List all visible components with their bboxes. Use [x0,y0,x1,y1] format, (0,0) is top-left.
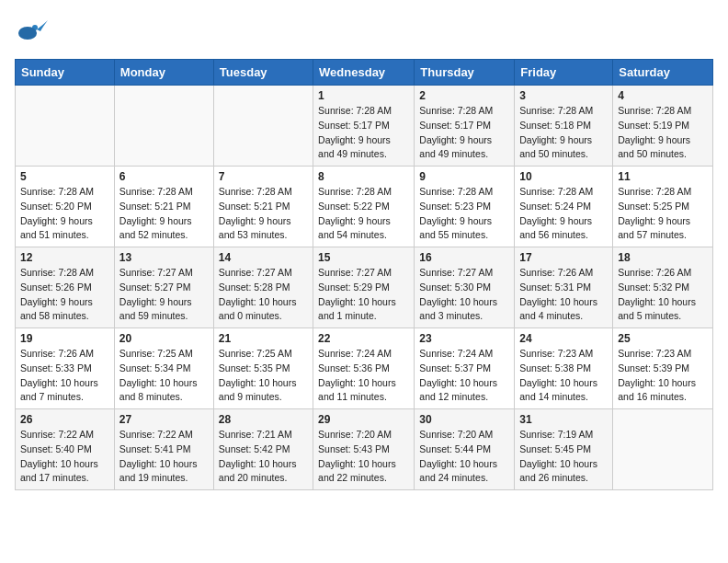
calendar-cell: 26Sunrise: 7:22 AM Sunset: 5:40 PM Dayli… [16,409,115,490]
calendar-cell: 4Sunrise: 7:28 AM Sunset: 5:19 PM Daylig… [613,86,713,167]
calendar-week-row: 26Sunrise: 7:22 AM Sunset: 5:40 PM Dayli… [16,409,713,490]
day-number: 31 [519,413,608,426]
day-info: Sunrise: 7:23 AM Sunset: 5:38 PM Dayligh… [519,347,608,405]
day-info: Sunrise: 7:28 AM Sunset: 5:17 PM Dayligh… [318,104,409,162]
calendar-cell: 7Sunrise: 7:28 AM Sunset: 5:21 PM Daylig… [213,167,313,247]
calendar-cell: 30Sunrise: 7:20 AM Sunset: 5:44 PM Dayli… [415,409,515,490]
day-info: Sunrise: 7:20 AM Sunset: 5:44 PM Dayligh… [419,428,509,486]
day-number: 10 [519,170,608,183]
calendar-cell: 9Sunrise: 7:28 AM Sunset: 5:23 PM Daylig… [415,167,515,247]
day-number: 24 [519,332,608,345]
day-number: 2 [419,89,509,102]
day-number: 6 [119,170,209,183]
calendar-cell: 18Sunrise: 7:26 AM Sunset: 5:32 PM Dayli… [613,247,713,328]
day-number: 14 [219,251,308,264]
day-info: Sunrise: 7:28 AM Sunset: 5:19 PM Dayligh… [618,104,708,162]
day-number: 9 [419,170,509,183]
calendar-cell: 22Sunrise: 7:24 AM Sunset: 5:36 PM Dayli… [313,328,415,409]
weekday-header-wednesday: Wednesday [313,60,415,86]
day-info: Sunrise: 7:28 AM Sunset: 5:25 PM Dayligh… [618,185,708,243]
calendar-cell: 29Sunrise: 7:20 AM Sunset: 5:43 PM Dayli… [313,409,415,490]
weekday-header-monday: Monday [114,60,213,86]
day-number: 16 [419,251,509,264]
calendar-cell: 23Sunrise: 7:24 AM Sunset: 5:37 PM Dayli… [415,328,515,409]
calendar-cell [613,409,713,490]
day-number: 5 [20,170,109,183]
calendar-cell: 24Sunrise: 7:23 AM Sunset: 5:38 PM Dayli… [515,328,613,409]
calendar-cell [114,86,213,167]
calendar-cell: 20Sunrise: 7:25 AM Sunset: 5:34 PM Dayli… [114,328,213,409]
day-number: 23 [419,332,509,345]
day-number: 7 [219,170,308,183]
day-number: 11 [618,170,708,183]
day-number: 29 [318,413,409,426]
day-info: Sunrise: 7:19 AM Sunset: 5:45 PM Dayligh… [519,428,608,486]
day-info: Sunrise: 7:25 AM Sunset: 5:34 PM Dayligh… [119,347,209,405]
weekday-header-row: SundayMondayTuesdayWednesdayThursdayFrid… [16,60,713,86]
day-number: 19 [20,332,109,345]
calendar-cell: 1Sunrise: 7:28 AM Sunset: 5:17 PM Daylig… [313,86,415,167]
calendar-cell: 3Sunrise: 7:28 AM Sunset: 5:18 PM Daylig… [515,86,613,167]
weekday-header-friday: Friday [515,60,613,86]
day-number: 25 [618,332,708,345]
page-header [15,15,713,48]
calendar-cell: 21Sunrise: 7:25 AM Sunset: 5:35 PM Dayli… [213,328,313,409]
calendar-cell [16,86,115,167]
day-number: 17 [519,251,608,264]
day-number: 27 [119,413,209,426]
day-info: Sunrise: 7:25 AM Sunset: 5:35 PM Dayligh… [219,347,308,405]
day-number: 8 [318,170,409,183]
day-info: Sunrise: 7:28 AM Sunset: 5:26 PM Dayligh… [20,266,109,324]
day-number: 4 [618,89,708,102]
day-info: Sunrise: 7:22 AM Sunset: 5:40 PM Dayligh… [20,428,109,486]
day-info: Sunrise: 7:27 AM Sunset: 5:29 PM Dayligh… [318,266,409,324]
day-info: Sunrise: 7:27 AM Sunset: 5:28 PM Dayligh… [219,266,308,324]
day-info: Sunrise: 7:28 AM Sunset: 5:20 PM Dayligh… [20,185,109,243]
day-info: Sunrise: 7:26 AM Sunset: 5:32 PM Dayligh… [618,266,708,324]
calendar-cell: 27Sunrise: 7:22 AM Sunset: 5:41 PM Dayli… [114,409,213,490]
calendar-cell: 8Sunrise: 7:28 AM Sunset: 5:22 PM Daylig… [313,167,415,247]
weekday-header-thursday: Thursday [415,60,515,86]
calendar-table: SundayMondayTuesdayWednesdayThursdayFrid… [15,59,713,490]
weekday-header-tuesday: Tuesday [213,60,313,86]
day-info: Sunrise: 7:28 AM Sunset: 5:23 PM Dayligh… [419,185,509,243]
day-info: Sunrise: 7:24 AM Sunset: 5:37 PM Dayligh… [419,347,509,405]
day-info: Sunrise: 7:27 AM Sunset: 5:27 PM Dayligh… [119,266,209,324]
calendar-week-row: 1Sunrise: 7:28 AM Sunset: 5:17 PM Daylig… [16,86,713,167]
day-info: Sunrise: 7:28 AM Sunset: 5:21 PM Dayligh… [219,185,308,243]
day-number: 20 [119,332,209,345]
day-info: Sunrise: 7:21 AM Sunset: 5:42 PM Dayligh… [219,428,308,486]
calendar-cell: 17Sunrise: 7:26 AM Sunset: 5:31 PM Dayli… [515,247,613,328]
calendar-cell: 11Sunrise: 7:28 AM Sunset: 5:25 PM Dayli… [613,167,713,247]
day-number: 21 [219,332,308,345]
day-info: Sunrise: 7:28 AM Sunset: 5:22 PM Dayligh… [318,185,409,243]
day-number: 13 [119,251,209,264]
calendar-cell: 16Sunrise: 7:27 AM Sunset: 5:30 PM Dayli… [415,247,515,328]
svg-point-2 [18,27,37,40]
day-info: Sunrise: 7:27 AM Sunset: 5:30 PM Dayligh… [419,266,509,324]
calendar-week-row: 5Sunrise: 7:28 AM Sunset: 5:20 PM Daylig… [16,167,713,247]
calendar-cell: 19Sunrise: 7:26 AM Sunset: 5:33 PM Dayli… [16,328,115,409]
logo-bird-icon [15,15,48,48]
calendar-cell: 10Sunrise: 7:28 AM Sunset: 5:24 PM Dayli… [515,167,613,247]
calendar-cell: 13Sunrise: 7:27 AM Sunset: 5:27 PM Dayli… [114,247,213,328]
calendar-cell: 25Sunrise: 7:23 AM Sunset: 5:39 PM Dayli… [613,328,713,409]
day-info: Sunrise: 7:28 AM Sunset: 5:21 PM Dayligh… [119,185,209,243]
day-number: 26 [20,413,109,426]
day-info: Sunrise: 7:26 AM Sunset: 5:31 PM Dayligh… [519,266,608,324]
day-number: 12 [20,251,109,264]
calendar-cell: 14Sunrise: 7:27 AM Sunset: 5:28 PM Dayli… [213,247,313,328]
weekday-header-sunday: Sunday [16,60,115,86]
calendar-cell: 31Sunrise: 7:19 AM Sunset: 5:45 PM Dayli… [515,409,613,490]
calendar-cell: 6Sunrise: 7:28 AM Sunset: 5:21 PM Daylig… [114,167,213,247]
day-number: 18 [618,251,708,264]
day-number: 22 [318,332,409,345]
calendar-cell: 12Sunrise: 7:28 AM Sunset: 5:26 PM Dayli… [16,247,115,328]
calendar-cell: 5Sunrise: 7:28 AM Sunset: 5:20 PM Daylig… [16,167,115,247]
calendar-cell: 15Sunrise: 7:27 AM Sunset: 5:29 PM Dayli… [313,247,415,328]
day-info: Sunrise: 7:28 AM Sunset: 5:17 PM Dayligh… [419,104,509,162]
day-number: 28 [219,413,308,426]
calendar-week-row: 12Sunrise: 7:28 AM Sunset: 5:26 PM Dayli… [16,247,713,328]
day-info: Sunrise: 7:22 AM Sunset: 5:41 PM Dayligh… [119,428,209,486]
calendar-cell: 28Sunrise: 7:21 AM Sunset: 5:42 PM Dayli… [213,409,313,490]
